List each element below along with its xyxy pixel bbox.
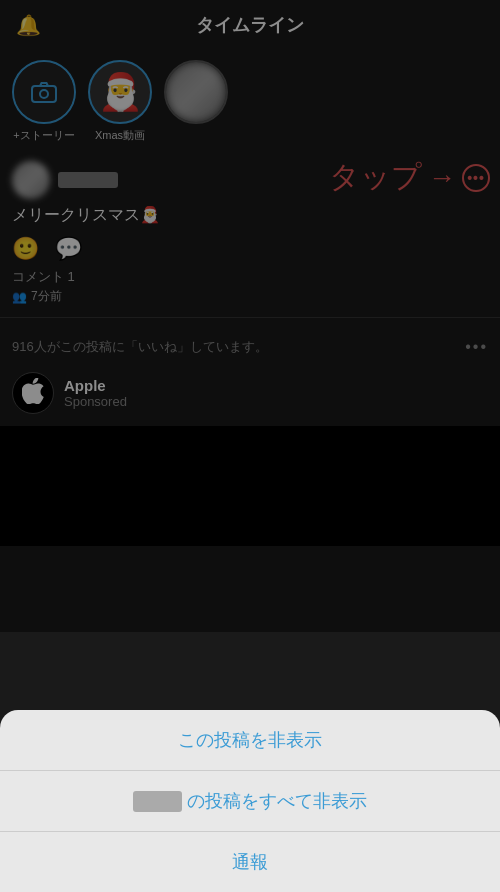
- hide-all-posts-option[interactable]: ██ の投稿をすべて非表示: [0, 771, 500, 832]
- tap-arrow-icon: →: [428, 162, 456, 194]
- stories-row: +ストーリー 🎅 Xmas動画: [0, 50, 500, 153]
- santa-icon: 🎅: [98, 74, 143, 110]
- hide-all-suffix: の投稿をすべて非表示: [187, 791, 367, 811]
- post-divider: [0, 317, 500, 318]
- add-story-item[interactable]: +ストーリー: [12, 60, 76, 143]
- hide-post-text: この投稿を非表示: [178, 728, 322, 752]
- post-section: タップ → ••• メリークリスマス🎅 🙂 💬 コメント 1 👥 7分前: [0, 153, 500, 305]
- more-dots-icon: •••: [467, 171, 485, 185]
- post-user-info: [12, 161, 118, 199]
- post-avatar: [12, 161, 50, 199]
- header-title: タイムライン: [196, 13, 304, 37]
- apple-logo-icon: [22, 378, 44, 408]
- hide-all-posts-text: ██ の投稿をすべて非表示: [133, 789, 368, 813]
- blurred-avatar-img: [166, 62, 226, 122]
- time-person-icon: 👥: [12, 290, 27, 304]
- bottom-sheet: この投稿を非表示 ██ の投稿をすべて非表示 通報: [0, 710, 500, 892]
- camera-icon: [14, 62, 74, 122]
- header: 🔔 タイムライン: [0, 0, 500, 50]
- blurred-story-label: [194, 128, 197, 140]
- dark-area: [0, 426, 500, 546]
- sponsored-name: Apple: [64, 377, 127, 394]
- blurred-story-avatar: [164, 60, 228, 124]
- xmas-story-label: Xmas動画: [95, 128, 145, 143]
- report-text: 通報: [232, 850, 268, 874]
- post-meta: コメント 1 👥 7分前: [12, 268, 488, 305]
- post-more-button[interactable]: •••: [462, 164, 490, 192]
- svg-point-1: [40, 90, 48, 98]
- sponsored-label: Sponsored: [64, 394, 127, 409]
- post-actions: 🙂 💬: [12, 236, 488, 262]
- emoji-react-icon[interactable]: 🙂: [12, 236, 39, 262]
- add-story-label: +ストーリー: [13, 128, 74, 143]
- tap-instruction-text: タップ: [329, 157, 422, 198]
- sponsored-section[interactable]: Apple Sponsored: [0, 364, 500, 426]
- xmas-story-avatar: 🎅: [88, 60, 152, 124]
- like-count-section: 916人がこの投稿に「いいね」しています。 •••: [0, 330, 500, 364]
- like-more-dots[interactable]: •••: [465, 338, 488, 356]
- like-count-text: 916人がこの投稿に「いいね」しています。: [12, 338, 268, 356]
- comment-count: コメント 1: [12, 268, 488, 286]
- report-option[interactable]: 通報: [0, 832, 500, 892]
- blurred-story-item[interactable]: [164, 60, 228, 143]
- sponsored-text-block: Apple Sponsored: [64, 377, 127, 409]
- time-text: 7分前: [31, 288, 62, 305]
- hide-post-option[interactable]: この投稿を非表示: [0, 710, 500, 771]
- post-content: メリークリスマス🎅: [12, 205, 488, 226]
- blurred-username-text: ██: [133, 791, 183, 812]
- comment-icon[interactable]: 💬: [55, 236, 82, 262]
- add-story-avatar: [12, 60, 76, 124]
- post-time: 👥 7分前: [12, 288, 488, 305]
- bell-icon[interactable]: 🔔: [16, 13, 41, 37]
- svg-rect-0: [32, 86, 56, 102]
- post-username: [58, 172, 118, 188]
- xmas-story-item[interactable]: 🎅 Xmas動画: [88, 60, 152, 143]
- apple-logo-circle: [12, 372, 54, 414]
- tap-instruction-container: タップ → •••: [329, 157, 490, 198]
